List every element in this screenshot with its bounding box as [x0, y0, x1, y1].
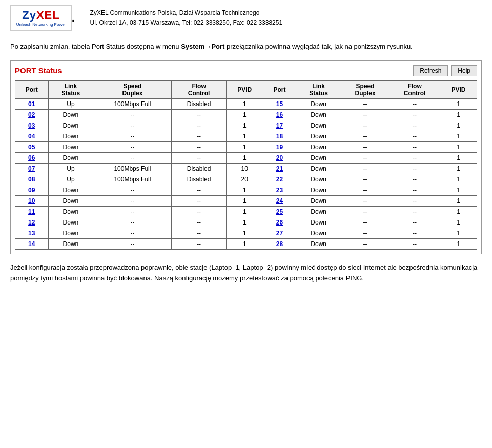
- port-num-right[interactable]: 19: [263, 141, 296, 152]
- port-num-left[interactable]: 02: [15, 109, 49, 120]
- cell-value: --: [172, 141, 226, 152]
- cell-value: --: [341, 185, 389, 195]
- cell-value: --: [341, 174, 389, 185]
- cell-value: --: [341, 195, 389, 206]
- port-status-header: PORT Status Refresh Help: [15, 65, 477, 76]
- col-flow-control1: FlowControl: [172, 80, 226, 98]
- cell-value: Down: [296, 98, 341, 109]
- company-info: ZyXEL Communications Polska, Dział Wspar…: [90, 8, 283, 28]
- refresh-button[interactable]: Refresh: [413, 65, 448, 76]
- logo-xel: XEL: [36, 9, 60, 22]
- port-num-left[interactable]: 12: [15, 217, 49, 228]
- cell-value: --: [341, 152, 389, 163]
- cell-value: --: [341, 217, 389, 228]
- cell-value: 1: [226, 152, 263, 163]
- table-row: 12Down----126Down----1: [15, 217, 477, 228]
- port-table: Port LinkStatus SpeedDuplex FlowControl …: [15, 80, 477, 250]
- port-num-left[interactable]: 03: [15, 120, 49, 131]
- cell-value: 10: [226, 163, 263, 174]
- cell-value: 100Mbps Full: [93, 174, 172, 185]
- page-header: ZyXEL Unleash Networking Power . ZyXEL C…: [10, 5, 482, 35]
- table-row: 10Down----124Down----1: [15, 195, 477, 206]
- port-num-left[interactable]: 10: [15, 195, 49, 206]
- cell-value: --: [341, 131, 389, 141]
- table-row: 01Up100Mbps FullDisabled115Down----1: [15, 98, 477, 109]
- port-num-left[interactable]: 04: [15, 131, 49, 141]
- cell-value: Up: [48, 174, 93, 185]
- port-num-right[interactable]: 22: [263, 174, 296, 185]
- cell-value: --: [389, 120, 440, 131]
- port-num-left[interactable]: 06: [15, 152, 49, 163]
- cell-value: --: [389, 163, 440, 174]
- cell-value: --: [93, 228, 172, 238]
- port-num-right[interactable]: 27: [263, 228, 296, 238]
- cell-value: --: [172, 120, 226, 131]
- port-num-right[interactable]: 25: [263, 206, 296, 217]
- port-num-right[interactable]: 20: [263, 152, 296, 163]
- cell-value: 1: [440, 228, 477, 238]
- cell-value: --: [93, 185, 172, 195]
- company-line2: Ul. Okrzei 1A, 03-715 Warszawa, Tel: 022…: [90, 18, 283, 28]
- col-port1: Port: [15, 80, 49, 98]
- table-row: 14Down----128Down----1: [15, 238, 477, 249]
- port-num-left[interactable]: 07: [15, 163, 49, 174]
- table-row: 03Down----117Down----1: [15, 120, 477, 131]
- port-num-right[interactable]: 18: [263, 131, 296, 141]
- port-num-right[interactable]: 26: [263, 217, 296, 228]
- cell-value: Down: [48, 238, 93, 249]
- cell-value: --: [93, 206, 172, 217]
- port-num-left[interactable]: 09: [15, 185, 49, 195]
- cell-value: 1: [440, 152, 477, 163]
- cell-value: Disabled: [172, 98, 226, 109]
- cell-value: --: [93, 120, 172, 131]
- cell-value: 1: [440, 109, 477, 120]
- cell-value: --: [389, 109, 440, 120]
- port-num-right[interactable]: 24: [263, 195, 296, 206]
- table-row: 07Up100Mbps FullDisabled1021Down----1: [15, 163, 477, 174]
- cell-value: Down: [296, 174, 341, 185]
- cell-value: --: [341, 141, 389, 152]
- port-num-left[interactable]: 13: [15, 228, 49, 238]
- cell-value: Disabled: [172, 163, 226, 174]
- cell-value: 1: [440, 141, 477, 152]
- port-num-left[interactable]: 11: [15, 206, 49, 217]
- cell-value: Down: [296, 217, 341, 228]
- cell-value: --: [341, 98, 389, 109]
- cell-value: Down: [48, 206, 93, 217]
- port-status-container: PORT Status Refresh Help Port LinkStatus…: [10, 60, 482, 254]
- cell-value: --: [93, 109, 172, 120]
- port-num-right[interactable]: 21: [263, 163, 296, 174]
- port-num-right[interactable]: 15: [263, 98, 296, 109]
- cell-value: 1: [226, 131, 263, 141]
- cell-value: --: [389, 98, 440, 109]
- cell-value: --: [341, 109, 389, 120]
- cell-value: --: [93, 195, 172, 206]
- port-num-right[interactable]: 17: [263, 120, 296, 131]
- cell-value: --: [341, 120, 389, 131]
- cell-value: --: [341, 163, 389, 174]
- port-num-left[interactable]: 05: [15, 141, 49, 152]
- cell-value: --: [93, 141, 172, 152]
- col-link-status2: LinkStatus: [296, 80, 341, 98]
- port-num-right[interactable]: 23: [263, 185, 296, 195]
- table-row: 09Down----123Down----1: [15, 185, 477, 195]
- cell-value: 1: [440, 131, 477, 141]
- port-num-right[interactable]: 16: [263, 109, 296, 120]
- col-link-status1: LinkStatus: [48, 80, 93, 98]
- cell-value: 1: [226, 185, 263, 195]
- port-num-left[interactable]: 01: [15, 98, 49, 109]
- port-num-right[interactable]: 28: [263, 238, 296, 249]
- help-button[interactable]: Help: [451, 65, 477, 76]
- cell-value: Down: [296, 185, 341, 195]
- intro-bold: System→Port: [181, 43, 224, 50]
- port-num-left[interactable]: 14: [15, 238, 49, 249]
- col-speed-duplex1: SpeedDuplex: [93, 80, 172, 98]
- cell-value: Disabled: [172, 174, 226, 185]
- cell-value: --: [389, 195, 440, 206]
- port-num-left[interactable]: 08: [15, 174, 49, 185]
- cell-value: --: [172, 109, 226, 120]
- cell-value: Down: [296, 152, 341, 163]
- cell-value: 1: [440, 238, 477, 249]
- cell-value: 1: [226, 98, 263, 109]
- logo-box: ZyXEL Unleash Networking Power: [10, 5, 72, 31]
